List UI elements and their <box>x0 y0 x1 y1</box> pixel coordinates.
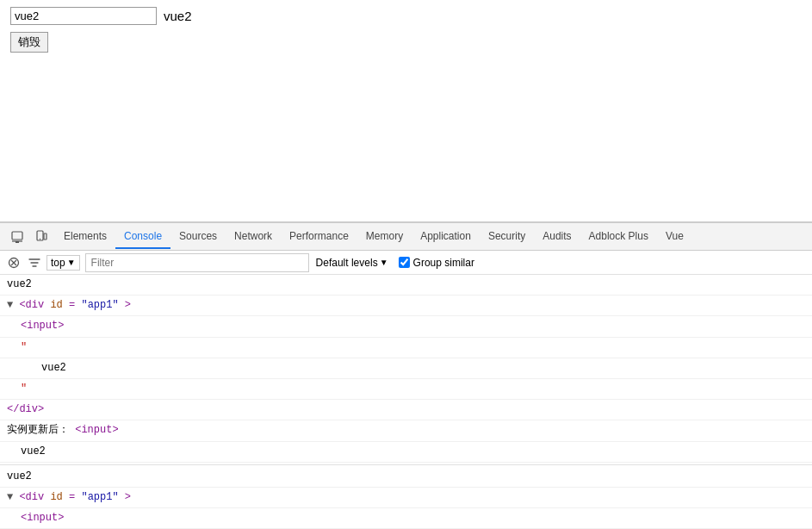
tab-performance[interactable]: Performance <box>281 225 357 249</box>
device-icon[interactable] <box>31 227 52 247</box>
console-code: " <box>21 341 27 353</box>
console-line: " <box>0 379 812 400</box>
tab-console[interactable]: Console <box>115 225 170 249</box>
console-text: vue2 <box>7 278 32 290</box>
filter-input[interactable] <box>85 253 309 272</box>
console-code: <input> <box>21 512 64 524</box>
console-toolbar: top ▼ Default levels ▼ Group similar <box>0 251 812 275</box>
svg-rect-1 <box>15 241 19 243</box>
group-similar-checkbox[interactable] <box>399 257 410 268</box>
vue-label: vue2 <box>164 9 192 23</box>
tab-memory[interactable]: Memory <box>357 225 412 249</box>
tab-vue[interactable]: Vue <box>657 225 692 249</box>
input-row: vue2 <box>10 7 802 25</box>
app-area: vue2 销毁 <box>0 0 812 222</box>
console-code: "app1" <box>81 491 118 503</box>
context-label: top <box>51 257 65 269</box>
console-code: <div <box>19 491 50 503</box>
level-select[interactable]: Default levels ▼ <box>313 256 392 270</box>
vue-input[interactable] <box>10 7 157 25</box>
tab-adblock[interactable]: Adblock Plus <box>580 225 657 249</box>
console-code: id <box>50 299 62 311</box>
console-line: vue2 <box>0 275 812 296</box>
group-similar-label: Group similar <box>413 257 474 269</box>
console-code: vue2 <box>41 362 66 374</box>
level-label: Default levels <box>316 257 378 269</box>
tab-audits[interactable]: Audits <box>534 225 580 249</box>
svg-point-4 <box>40 238 40 239</box>
console-line: ▼ <div id = "app1" > <box>0 488 812 508</box>
console-code: id <box>50 491 62 503</box>
console-line: <input> <box>0 508 812 529</box>
console-code: "app1" <box>81 299 118 311</box>
devtools-panel: Elements Console Sources Network Perform… <box>0 222 812 529</box>
console-line: vue2 <box>0 467 812 488</box>
tab-application[interactable]: Application <box>412 225 480 249</box>
console-divider <box>0 464 812 465</box>
clear-console-icon[interactable] <box>5 254 22 271</box>
console-line: <input> <box>0 316 812 337</box>
console-output: vue2 ▼ <div id = "app1" > <input> " vue2… <box>0 275 812 529</box>
console-line: vue2 <box>0 442 812 463</box>
console-code: = <box>69 299 75 311</box>
tab-sources[interactable]: Sources <box>170 225 226 249</box>
filter-toggle-icon[interactable] <box>26 254 43 271</box>
console-line: </div> <box>0 400 812 420</box>
tab-elements[interactable]: Elements <box>55 225 115 249</box>
console-line: ▼ <div id = "app1" > <box>0 296 812 316</box>
tab-network[interactable]: Network <box>226 225 281 249</box>
destroy-button[interactable]: 销毁 <box>10 32 48 53</box>
expand-icon[interactable]: ▼ <box>7 299 19 311</box>
console-code: vue2 <box>21 445 46 457</box>
console-text: 实例更新后： <box>7 424 69 436</box>
devtools-tabs: Elements Console Sources Network Perform… <box>0 223 812 251</box>
console-code: = <box>69 491 75 503</box>
chevron-down-icon: ▼ <box>67 258 76 267</box>
console-code: " <box>21 383 27 395</box>
console-code: > <box>125 299 131 311</box>
expand-icon[interactable]: ▼ <box>7 491 19 503</box>
console-code: <input> <box>21 320 64 332</box>
context-select[interactable]: top ▼ <box>46 255 80 271</box>
console-line: 实例更新后： <input> <box>0 420 812 441</box>
group-similar-toggle[interactable]: Group similar <box>399 257 474 269</box>
console-code: <div <box>19 299 50 311</box>
inspect-icon[interactable] <box>7 227 28 247</box>
tab-security[interactable]: Security <box>480 225 534 249</box>
console-code: > <box>125 491 131 503</box>
console-line: " <box>0 338 812 358</box>
svg-rect-3 <box>44 233 46 240</box>
console-text: vue2 <box>7 470 32 482</box>
level-chevron-icon: ▼ <box>380 258 388 267</box>
console-code: </div> <box>7 403 44 415</box>
svg-rect-0 <box>12 232 22 240</box>
console-code: <input> <box>75 424 118 436</box>
console-line: vue2 <box>0 358 812 379</box>
